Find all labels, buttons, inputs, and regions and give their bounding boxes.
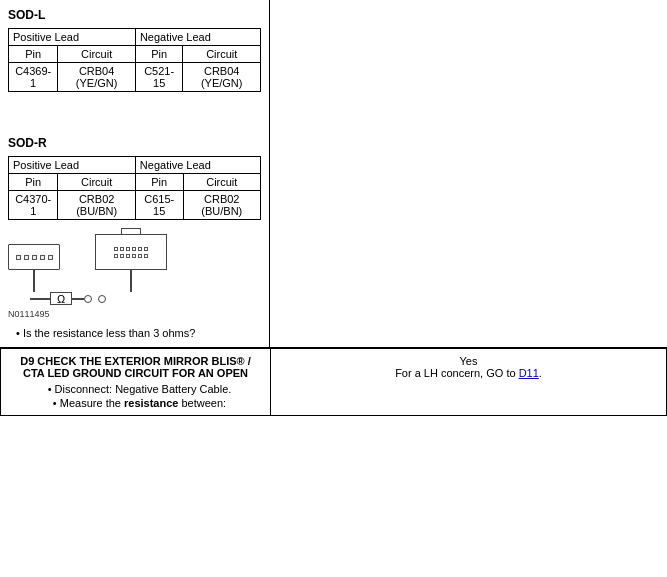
bottom-section-title: D9 CHECK THE EXTERIOR MIRROR BLIS® / CTA…	[9, 355, 262, 379]
bottom-left-cell: D9 CHECK THE EXTERIOR MIRROR BLIS® / CTA…	[1, 348, 271, 416]
sod-r-circuit-header1: Circuit	[58, 174, 135, 191]
sod-r-neg-header: Negative Lead	[135, 157, 260, 174]
sod-l-pos-pin: C4369-1	[9, 63, 58, 92]
sod-r-title: SOD-R	[8, 136, 261, 150]
rpin7	[114, 254, 118, 258]
pin5	[48, 255, 53, 260]
sod-l-neg-pin: C521-15	[135, 63, 183, 92]
rpin8	[120, 254, 124, 258]
rpin1	[114, 247, 118, 251]
bottom-section-table: D9 CHECK THE EXTERIOR MIRROR BLIS® / CTA…	[0, 347, 667, 416]
pin4	[40, 255, 45, 260]
connector-left	[8, 244, 60, 292]
rpin10	[132, 254, 136, 258]
wire-left-seg	[30, 298, 50, 300]
wire-resistor-row: Ω	[30, 292, 106, 305]
rpin5	[138, 247, 142, 251]
n-label: N0111495	[8, 309, 50, 319]
resistance-question: Is the resistance less than 3 ohms?	[16, 327, 261, 339]
lh-concern-text: For a LH concern, GO to D11.	[279, 367, 658, 379]
right-panel	[270, 0, 667, 347]
pin2	[24, 255, 29, 260]
sod-l-table: Positive Lead Negative Lead Pin Circuit …	[8, 28, 261, 92]
spacer2	[8, 116, 261, 136]
sod-r-table: Positive Lead Negative Lead Pin Circuit …	[8, 156, 261, 220]
rpin11	[138, 254, 142, 258]
connector-left-body	[8, 244, 60, 270]
rpin9	[126, 254, 130, 258]
wire-right-seg	[72, 298, 84, 300]
rpin2	[120, 247, 124, 251]
sod-r-pin-header1: Pin	[9, 174, 58, 191]
bottom-bullet-1: Disconnect: Negative Battery Cable.	[17, 383, 262, 395]
ground-circle1	[84, 295, 92, 303]
sod-r-pos-header: Positive Lead	[9, 157, 136, 174]
sod-l-neg-circuit: CRB04 (YE/GN)	[183, 63, 261, 92]
rpin6	[144, 247, 148, 251]
circuit-diagram: Ω N0111495	[8, 228, 261, 319]
ground-circle2	[98, 295, 106, 303]
page-container: SOD-L Positive Lead Negative Lead Pin Ci…	[0, 0, 667, 347]
rpin4	[132, 247, 136, 251]
sod-l-title: SOD-L	[8, 8, 261, 22]
bottom-right-cell: Yes For a LH concern, GO to D11.	[271, 348, 667, 416]
sod-r-circuit-header2: Circuit	[183, 174, 260, 191]
rpin12	[144, 254, 148, 258]
connector-right-body	[95, 234, 167, 270]
sod-l-pin-header2: Pin	[135, 46, 183, 63]
sod-r-neg-circuit: CRB02 (BU/BN)	[183, 191, 260, 220]
sod-l-circuit-header1: Circuit	[58, 46, 136, 63]
resistance-bold: resistance	[124, 397, 178, 409]
sod-r-pos-pin: C4370-1	[9, 191, 58, 220]
d11-link[interactable]: D11	[519, 367, 539, 379]
sod-l-pin-header1: Pin	[9, 46, 58, 63]
wire-down-right	[130, 270, 132, 292]
sod-l-circuit-header2: Circuit	[183, 46, 261, 63]
yes-label: Yes	[279, 355, 658, 367]
pin1	[16, 255, 21, 260]
wire-down-left	[33, 270, 35, 292]
ground-circles	[84, 295, 106, 303]
sod-l-neg-header: Negative Lead	[135, 29, 260, 46]
right-pins-row1	[114, 247, 148, 251]
connector-left-pins	[16, 255, 53, 260]
diagram-connectors-row	[8, 228, 167, 292]
sod-r-neg-pin: C615-15	[135, 191, 183, 220]
right-pins-row2	[114, 254, 148, 258]
rpin3	[126, 247, 130, 251]
pin3	[32, 255, 37, 260]
sod-r-pos-circuit: CRB02 (BU/BN)	[58, 191, 135, 220]
sod-l-pos-circuit: CRB04 (YE/GN)	[58, 63, 136, 92]
resistor-symbol: Ω	[50, 292, 72, 305]
bottom-bullet-2: Measure the resistance between:	[17, 397, 262, 409]
sod-r-pin-header2: Pin	[135, 174, 183, 191]
connector-right	[95, 228, 167, 292]
sod-l-pos-header: Positive Lead	[9, 29, 136, 46]
spacer1	[8, 96, 261, 116]
left-panel: SOD-L Positive Lead Negative Lead Pin Ci…	[0, 0, 270, 347]
